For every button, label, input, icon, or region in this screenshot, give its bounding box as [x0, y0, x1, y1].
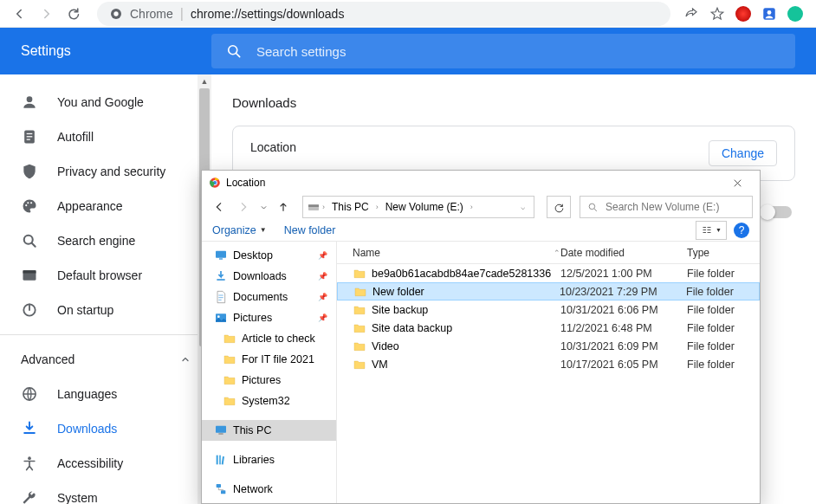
svg-rect-22 [308, 205, 319, 208]
chevron-up-icon [180, 354, 191, 365]
view-button[interactable]: ▼ [696, 221, 727, 240]
sidebar-label: On startup [57, 303, 113, 317]
sidebar-item-default-browser[interactable]: Default browser [0, 258, 198, 293]
file-row[interactable]: New folder10/23/2021 7:29 PMFile folder [337, 282, 760, 300]
column-date[interactable]: Date modified [560, 247, 687, 259]
globe-icon [21, 385, 38, 403]
sidebar-item-privacy[interactable]: Privacy and security [0, 154, 198, 189]
person-icon [21, 94, 38, 111]
close-icon [732, 178, 743, 189]
sidebar-label: Autofill [57, 130, 94, 144]
svg-rect-24 [703, 227, 707, 228]
omnibox[interactable]: Chrome | chrome://settings/downloads [97, 2, 670, 26]
nav-up-button[interactable] [273, 197, 294, 217]
tree-forit[interactable]: For IT file 2021 [202, 349, 336, 370]
sidebar-label: You and Google [57, 95, 144, 109]
sidebar-label: System [57, 491, 98, 504]
file-name: Site backup [372, 304, 560, 316]
tree-desktop[interactable]: Desktop📌 [202, 245, 336, 266]
sidebar-item-you-and-google[interactable]: You and Google [0, 85, 198, 120]
file-row[interactable]: be9a0b61acabdb84ae7cade528133612/5/2021 … [337, 264, 760, 282]
file-row[interactable]: Site data backup11/2/2021 6:48 PMFile fo… [337, 319, 760, 337]
sidebar-advanced-toggle[interactable]: Advanced [0, 342, 211, 377]
file-row[interactable]: Video10/31/2021 6:09 PMFile folder [337, 337, 760, 355]
tree-libraries[interactable]: Libraries [202, 449, 336, 470]
file-date: 12/5/2021 1:00 PM [560, 268, 687, 280]
file-date: 10/31/2021 6:06 PM [560, 304, 687, 316]
sidebar-item-on-startup[interactable]: On startup [0, 293, 198, 327]
back-button[interactable] [7, 2, 31, 26]
file-list: Name⌃ Date modified Type be9a0b61acabdb8… [337, 242, 760, 503]
settings-search-input[interactable] [256, 44, 781, 59]
tree-pictures2[interactable]: Pictures [202, 370, 336, 391]
crumb-volume[interactable]: New Volume (E:) [380, 201, 469, 213]
share-icon[interactable] [681, 2, 702, 26]
tree-downloads[interactable]: Downloads📌 [202, 266, 336, 287]
file-type: File folder [687, 340, 760, 352]
nav-recent-button[interactable] [257, 197, 269, 217]
sidebar-divider [0, 334, 211, 335]
forward-button[interactable] [35, 2, 59, 26]
file-date: 10/17/2021 6:05 PM [560, 359, 687, 371]
settings-search[interactable] [211, 34, 795, 68]
reload-button[interactable] [62, 2, 87, 26]
tree-article[interactable]: Article to check [202, 328, 336, 349]
file-row[interactable]: VM10/17/2021 6:05 PMFile folder [337, 355, 760, 373]
tree-system32[interactable]: System32 [202, 391, 336, 411]
svg-point-11 [27, 202, 29, 204]
sidebar-item-languages[interactable]: Languages [0, 377, 198, 411]
sidebar-item-search-engine[interactable]: Search engine [0, 223, 198, 258]
folder-icon [353, 303, 366, 317]
dialog-search[interactable]: Search New Volume (E:) [580, 196, 753, 218]
close-button[interactable] [718, 171, 756, 195]
file-name: New folder [372, 286, 560, 298]
chevron-down-icon[interactable]: ⌵ [521, 203, 525, 211]
organize-button[interactable]: Organize ▼ [212, 224, 267, 236]
shield-icon [21, 163, 38, 180]
file-type: File folder [687, 304, 760, 316]
new-folder-button[interactable]: New folder [284, 224, 336, 236]
omnibox-url: chrome://settings/downloads [191, 7, 344, 21]
svg-rect-25 [703, 229, 707, 230]
tree-thispc[interactable]: This PC [202, 420, 336, 441]
nav-forward-button[interactable] [233, 197, 254, 217]
nav-back-button[interactable] [209, 197, 230, 217]
ext-opera-icon[interactable] [733, 2, 754, 26]
svg-rect-9 [27, 139, 30, 140]
refresh-button[interactable] [547, 196, 571, 218]
file-row[interactable]: Site backup10/31/2021 6:06 PMFile folder [337, 300, 760, 319]
sort-indicator-icon: ⌃ [554, 249, 560, 257]
search-icon [21, 232, 38, 249]
breadcrumb[interactable]: › This PC › New Volume (E:) › ⌵ [302, 196, 534, 218]
svg-rect-26 [703, 232, 707, 233]
tree-network[interactable]: Network [202, 479, 336, 500]
document-icon [214, 290, 228, 304]
dialog-nav: › This PC › New Volume (E:) › ⌵ Search N… [202, 195, 760, 219]
ask-toggle[interactable] [761, 206, 792, 218]
sidebar-item-accessibility[interactable]: Accessibility [0, 446, 198, 481]
crumb-this-pc[interactable]: This PC [327, 201, 374, 213]
sidebar-item-downloads[interactable]: Downloads [0, 411, 198, 446]
power-icon [21, 301, 38, 319]
tree-documents[interactable]: Documents📌 [202, 287, 336, 307]
svg-rect-39 [217, 484, 221, 488]
dialog-search-placeholder: Search New Volume (E:) [606, 201, 719, 213]
sidebar-label: Privacy and security [57, 165, 165, 178]
help-button[interactable]: ? [734, 223, 749, 238]
scroll-up-icon[interactable]: ▲ [198, 74, 211, 88]
extensions-row [681, 2, 809, 26]
sidebar-item-appearance[interactable]: Appearance [0, 189, 198, 223]
libraries-icon [214, 453, 228, 467]
svg-point-33 [217, 315, 220, 318]
sidebar-item-autofill[interactable]: Autofill [0, 120, 198, 154]
ext-grammarly-icon[interactable] [785, 2, 806, 26]
sidebar-item-system[interactable]: System [0, 481, 198, 504]
ext-blue-icon[interactable] [759, 2, 780, 26]
change-button[interactable]: Change [709, 140, 777, 166]
column-name[interactable]: Name⌃ [337, 247, 560, 259]
chrome-icon [109, 7, 123, 21]
bookmark-icon[interactable] [707, 2, 728, 26]
file-type: File folder [687, 322, 760, 334]
column-type[interactable]: Type [687, 247, 760, 259]
tree-pictures[interactable]: Pictures📌 [202, 307, 336, 328]
